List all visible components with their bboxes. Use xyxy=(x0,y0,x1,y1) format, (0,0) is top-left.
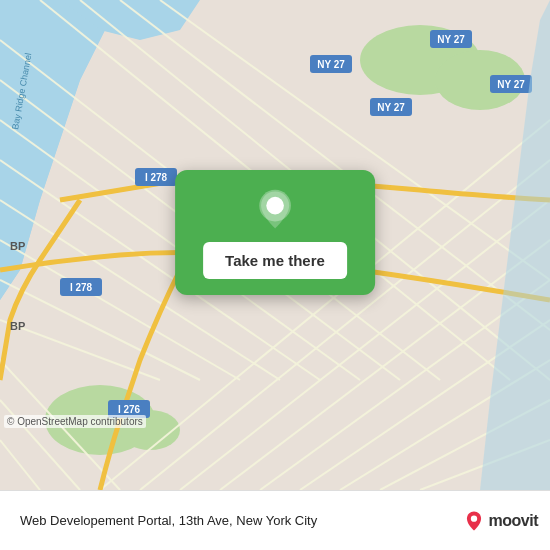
bottom-bar: Web Developement Portal, 13th Ave, New Y… xyxy=(0,490,550,550)
location-card: Take me there xyxy=(175,170,375,295)
moovit-brand-text: moovit xyxy=(489,512,538,530)
take-me-there-button[interactable]: Take me there xyxy=(203,242,347,279)
svg-text:I 278: I 278 xyxy=(145,172,168,183)
moovit-logo: moovit xyxy=(463,510,538,532)
svg-text:NY 27: NY 27 xyxy=(437,34,465,45)
svg-text:I 276: I 276 xyxy=(118,404,141,415)
svg-text:NY 27: NY 27 xyxy=(317,59,345,70)
map-pin-icon xyxy=(253,188,297,232)
location-text: Web Developement Portal, 13th Ave, New Y… xyxy=(20,513,453,528)
svg-text:BP: BP xyxy=(10,320,25,332)
svg-text:BP: BP xyxy=(10,240,25,252)
svg-point-55 xyxy=(470,515,476,521)
svg-text:I 278: I 278 xyxy=(70,282,93,293)
osm-attribution: © OpenStreetMap contributors xyxy=(4,415,146,428)
svg-point-54 xyxy=(269,199,281,211)
map-container: I 278 I 278 I 278 I 276 NY 27 NY 27 NY 2… xyxy=(0,0,550,490)
svg-text:NY 27: NY 27 xyxy=(497,79,525,90)
moovit-pin-icon xyxy=(463,510,485,532)
svg-text:NY 27: NY 27 xyxy=(377,102,405,113)
